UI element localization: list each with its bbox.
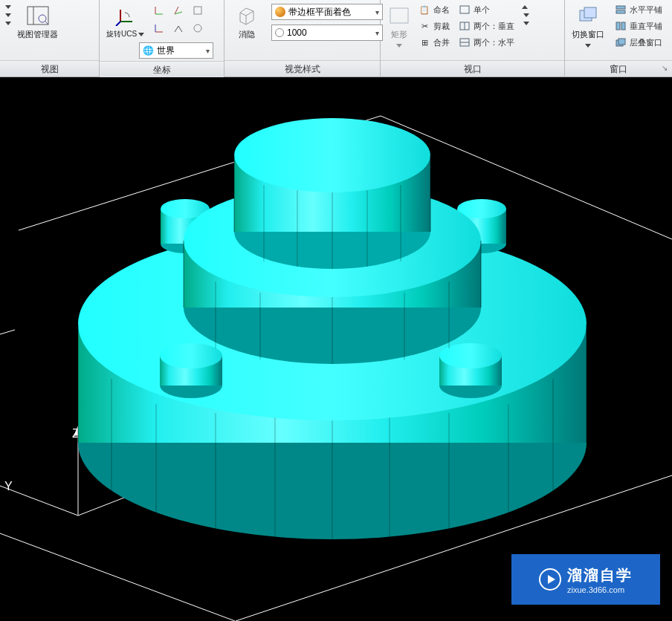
ucs-tool-6[interactable] [189,20,207,36]
panel-view-title: 视图 [0,60,99,77]
single-icon [459,4,471,16]
svg-point-63 [234,118,430,192]
ucs-tool-3[interactable] [189,2,207,19]
rotate-ucs-button[interactable]: 旋转UCS [103,2,147,41]
switch-window-label: 切换窗口 [572,29,604,49]
svg-rect-11 [194,7,201,14]
panel-launcher-icon[interactable]: ↘ [662,64,668,72]
chevron-down-icon [5,22,11,25]
svg-rect-26 [616,6,625,9]
chevron-down-icon: ▾ [206,47,210,55]
visual-number-value: 1000 [287,27,307,38]
svg-line-15 [240,13,246,16]
panel-visual: 消隐 带边框平面着色 ▾ 1000 ▾ 视觉样式 [224,0,381,77]
switch-window-button[interactable]: 切换窗口 [569,2,607,51]
chevron-down-icon [396,44,402,48]
chevron-down-icon [5,5,11,9]
visual-number-dropdown[interactable]: 1000 ▾ [271,25,383,41]
hide-icon [235,4,259,27]
svg-line-6 [116,22,120,26]
switch-window-icon [576,4,600,27]
chevron-down-icon [585,44,591,48]
ucs-tool-1[interactable] [150,2,168,19]
panel-viewport-title: 视口 [381,60,564,77]
play-icon [539,568,561,591]
svg-rect-18 [390,8,408,23]
vtile-icon [615,20,627,32]
viewport-single-button[interactable]: 单个 [456,2,517,17]
viewport-two-horizontal-button[interactable]: 两个：水平 [456,35,517,50]
view-manager-icon [26,4,50,27]
panel-window: 切换窗口 水平平铺 垂直平铺 层叠窗口 窗口↘ [565,0,672,77]
chevron-down-icon [523,13,529,17]
rotate-ucs-icon [114,4,138,27]
svg-line-16 [246,11,253,16]
rectangle-button[interactable]: 矩形 [384,2,414,51]
view-manager-button[interactable]: 视图管理器 [14,2,61,42]
view-dropdown-stack[interactable] [4,2,11,25]
htile-icon [615,4,627,16]
tile-vertical-button[interactable]: 垂直平铺 [612,19,665,33]
rotate-ucs-label: 旋转UCS [106,29,144,39]
svg-line-36 [0,533,235,621]
svg-rect-27 [616,10,625,13]
bolt-front-right [439,343,502,398]
panel-viewport: 矩形 📋命名 ✂剪裁 ⊞合并 单个 两个：垂直 两个：水平 视口 [381,0,565,77]
cascade-button[interactable]: 层叠窗口 [612,35,665,50]
ucs-world-label: 世界 [157,45,175,57]
watermark: 溜溜自学 zixue.3d66.com [511,554,660,605]
hide-label: 消隐 [239,29,255,40]
svg-point-57 [160,343,222,368]
view-manager-label: 视图管理器 [17,29,58,40]
ucs-tool-4[interactable] [150,20,168,36]
svg-line-3 [45,21,48,25]
viewport-name-button[interactable]: 📋命名 [416,2,453,17]
chevron-down-icon [138,33,144,36]
two-v-icon [459,20,471,32]
viewport-merge-button[interactable]: ⊞合并 [416,35,453,50]
sphere-icon [275,7,285,17]
viewport-scroll[interactable] [522,2,529,25]
panel-visual-title: 视觉样式 [224,60,380,77]
chevron-down-icon [5,13,11,17]
ucs-world-dropdown[interactable]: 🌐 世界 ▾ [139,42,213,59]
chevron-up-icon [522,5,528,9]
svg-line-32 [0,330,15,334]
axis-y-label: Y [4,480,13,492]
two-h-icon [459,36,471,48]
watermark-name: 溜溜自学 [567,565,633,585]
viewport-actions: 📋命名 ✂剪裁 ⊞合并 [416,2,453,50]
svg-rect-19 [460,6,469,13]
panel-view: 视图管理器 视图 [0,0,100,77]
merge-icon: ⊞ [419,36,430,48]
svg-rect-31 [618,39,625,45]
svg-rect-25 [584,7,596,18]
viewport-clip-button[interactable]: ✂剪裁 [416,19,453,33]
ribbon: 视图管理器 视图 旋转UCS [0,0,672,77]
panel-coords: 旋转UCS 🌐 世界 ▾ 坐标 [100,0,224,77]
globe-icon: 🌐 [143,45,154,56]
panel-window-title: 窗口↘ [565,60,672,77]
svg-point-14 [194,25,201,32]
model-canvas: Z Y [0,77,672,621]
model-viewport[interactable]: Z Y [0,77,672,621]
panel-coords-title: 坐标 [100,61,224,77]
ucs-tool-5[interactable] [169,20,187,36]
hide-button[interactable]: 消隐 [228,2,265,42]
bolt-front-left [160,343,222,398]
name-icon: 📋 [419,4,430,16]
watermark-url: zixue.3d66.com [567,585,624,594]
viewport-layouts: 单个 两个：垂直 两个：水平 [456,2,517,50]
ucs-tool-2[interactable] [169,2,187,19]
circle-icon [275,28,284,37]
rectangle-label: 矩形 [391,29,407,49]
clip-icon: ✂ [419,20,430,32]
visual-style-dropdown[interactable]: 带边框平面着色 ▾ [271,4,383,20]
chevron-down-icon [523,22,529,25]
visual-style-value: 带边框平面着色 [288,6,351,19]
coord-tools-grid [150,2,207,36]
tile-horizontal-button[interactable]: 水平平铺 [612,2,665,17]
rectangle-icon [387,4,411,27]
chevron-down-icon: ▾ [375,8,379,16]
viewport-two-vertical-button[interactable]: 两个：垂直 [456,19,517,33]
